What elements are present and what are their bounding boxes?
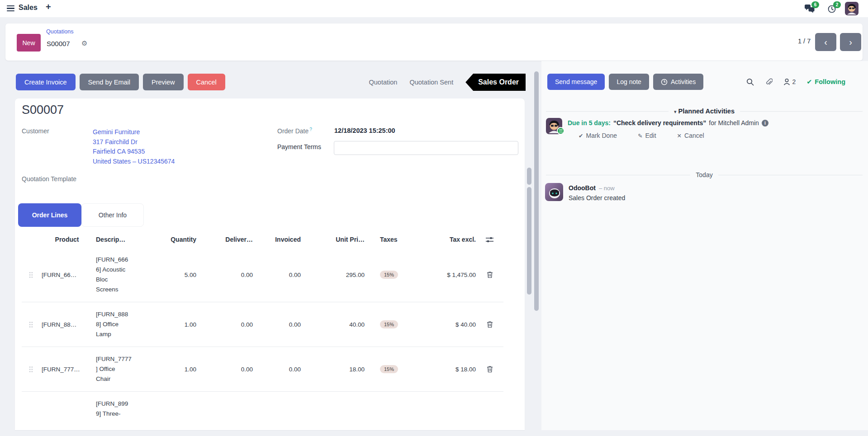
- cancel-activity-button[interactable]: ✕Cancel: [677, 132, 704, 139]
- col-taxes[interactable]: Taxes: [365, 236, 419, 243]
- activity-due: Due in 5 days:: [568, 119, 611, 127]
- cell-description[interactable]: [FURN_7777 ] Office Chair: [94, 354, 142, 384]
- mark-done-button[interactable]: ✔Mark Done: [579, 132, 617, 139]
- customer-city-link[interactable]: Fairfield CA 94535: [93, 147, 175, 157]
- help-icon: ?: [309, 127, 312, 132]
- check-icon: ✔: [579, 133, 583, 139]
- new-button[interactable]: New: [17, 34, 41, 52]
- customer-name-link[interactable]: Gemini Furniture: [93, 127, 175, 137]
- drag-handle-icon[interactable]: [22, 272, 40, 278]
- activity-assignee: for Mitchell Admin: [709, 119, 759, 127]
- odoo-sales-window: Sales + 6 2: [0, 0, 868, 436]
- send-message-button[interactable]: Send message: [547, 74, 605, 90]
- order-line-row[interactable]: [FURN_88… [FURN_888 8] Office Lamp 1.00 …: [22, 302, 503, 347]
- form-sheet: S00007 Customer Gemini Furniture 317 Fai…: [15, 98, 525, 430]
- drag-handle-icon[interactable]: [22, 366, 40, 373]
- chatter-buttons: Send message Log note Activities: [547, 74, 703, 90]
- tax-badge[interactable]: 15%: [380, 365, 398, 373]
- col-quantity[interactable]: Quantity: [142, 236, 196, 243]
- apps-menu-icon[interactable]: [7, 5, 14, 11]
- cell-description[interactable]: [FURN_888 8] Office Lamp: [94, 309, 142, 339]
- chevron-left-icon: ‹: [824, 37, 827, 47]
- app-name[interactable]: Sales: [19, 4, 38, 12]
- cell-tax-excl: $ 1,475.00: [419, 272, 476, 278]
- col-unit-price[interactable]: Unit Pri…: [301, 236, 365, 243]
- cell-delivered[interactable]: 0.00: [196, 321, 253, 328]
- delete-row-icon[interactable]: [476, 366, 503, 373]
- pager-previous-button[interactable]: ‹: [815, 33, 836, 51]
- cell-invoiced[interactable]: 0.00: [253, 321, 301, 328]
- cell-tax-excl: $ 40.00: [419, 321, 476, 328]
- cell-unit-price[interactable]: 18.00: [301, 366, 365, 373]
- col-description[interactable]: Descrip…: [94, 236, 142, 243]
- create-invoice-button[interactable]: Create Invoice: [16, 74, 76, 90]
- cell-invoiced[interactable]: 0.00: [253, 272, 301, 278]
- cancel-button[interactable]: Cancel: [188, 74, 225, 90]
- following-button[interactable]: ✔ Following: [806, 78, 845, 85]
- delete-row-icon[interactable]: [476, 271, 503, 278]
- send-by-email-button[interactable]: Send by Email: [80, 74, 139, 90]
- cell-quantity[interactable]: 1.00: [142, 321, 196, 328]
- cell-description[interactable]: [FURN_666 6] Acoustic Bloc Screens: [94, 255, 142, 295]
- col-delivered[interactable]: Deliver…: [196, 236, 253, 243]
- order-line-row[interactable]: [FURN_777… [FURN_7777 ] Office Chair 1.0…: [22, 347, 503, 392]
- cell-product[interactable]: [FURN_88…: [40, 321, 94, 328]
- activities-button[interactable]: Activities: [653, 74, 703, 90]
- activity-title: “Check delivery requirements”: [613, 119, 706, 127]
- planned-activities-divider: ▾Planned Activities: [546, 108, 863, 115]
- paperclip-icon[interactable]: [765, 78, 773, 86]
- message-author[interactable]: OdooBot: [569, 184, 596, 192]
- user-avatar[interactable]: [845, 2, 859, 15]
- breadcrumb-bar: New Quotations S00007 ⚙ 1 / 7 ‹ ›: [5, 23, 863, 61]
- cell-invoiced[interactable]: 0.00: [253, 366, 301, 373]
- order-line-row[interactable]: [FURN_899 9] Three-: [22, 392, 503, 426]
- info-icon[interactable]: i: [762, 120, 768, 127]
- check-icon: ✔: [806, 78, 812, 85]
- page-scrollbar[interactable]: [534, 71, 539, 311]
- cell-unit-price[interactable]: 40.00: [301, 321, 365, 328]
- gear-icon[interactable]: ⚙: [81, 39, 87, 47]
- payment-terms-input[interactable]: [334, 141, 518, 155]
- plus-icon[interactable]: +: [46, 2, 51, 12]
- edit-activity-button[interactable]: ✎Edit: [638, 132, 656, 139]
- order-line-row[interactable]: [FURN_66… [FURN_666 6] Acoustic Bloc Scr…: [22, 248, 503, 302]
- preview-button[interactable]: Preview: [143, 74, 184, 90]
- tab-order-lines[interactable]: Order Lines: [18, 203, 81, 227]
- cell-quantity[interactable]: 5.00: [142, 272, 196, 278]
- search-icon[interactable]: [746, 78, 754, 86]
- stage-sales-order-active[interactable]: Sales Order: [465, 74, 526, 91]
- stage-quotation-sent[interactable]: Quotation Sent: [409, 79, 453, 86]
- stage-quotation[interactable]: Quotation: [369, 79, 398, 86]
- tax-badge[interactable]: 15%: [380, 271, 398, 279]
- cell-description[interactable]: [FURN_899 9] Three-: [94, 399, 142, 419]
- planned-activities-toggle[interactable]: ▾Planned Activities: [674, 108, 735, 115]
- cell-quantity[interactable]: 1.00: [142, 366, 196, 373]
- statusbar-buttons: Create Invoice Send by Email Preview Can…: [16, 74, 225, 90]
- sheet-scrollbar-lower[interactable]: [527, 187, 531, 295]
- cell-unit-price[interactable]: 295.00: [301, 272, 365, 278]
- message-body: Sales Order created: [569, 194, 625, 202]
- col-tax-excl[interactable]: Tax excl.: [419, 236, 476, 243]
- cell-product[interactable]: [FURN_777…: [40, 366, 94, 373]
- col-invoiced[interactable]: Invoiced: [253, 236, 301, 243]
- order-date-value[interactable]: 12/18/2023 15:25:00: [334, 127, 395, 134]
- delete-row-icon[interactable]: [476, 321, 503, 328]
- customer-street-link[interactable]: 317 Fairchild Dr: [93, 137, 175, 147]
- drag-handle-icon[interactable]: [22, 321, 40, 328]
- cell-delivered[interactable]: 0.00: [196, 272, 253, 278]
- top-navbar: Sales + 6 2: [0, 0, 868, 17]
- breadcrumb-parent-link[interactable]: Quotations: [46, 28, 73, 35]
- cell-product[interactable]: [FURN_66…: [40, 272, 94, 278]
- followers-icon: [783, 78, 790, 85]
- column-settings-icon[interactable]: [476, 236, 503, 243]
- tax-badge[interactable]: 15%: [380, 320, 398, 328]
- sheet-scrollbar-upper[interactable]: [527, 168, 531, 185]
- today-divider: Today: [546, 171, 863, 178]
- followers-button[interactable]: 2: [783, 78, 796, 85]
- pager-next-button[interactable]: ›: [840, 33, 861, 51]
- customer-country-link[interactable]: United States – US12345674: [93, 157, 175, 167]
- tab-other-info[interactable]: Other Info: [81, 203, 144, 227]
- log-note-button[interactable]: Log note: [609, 74, 649, 90]
- cell-delivered[interactable]: 0.00: [196, 366, 253, 373]
- col-product[interactable]: Product: [40, 236, 94, 243]
